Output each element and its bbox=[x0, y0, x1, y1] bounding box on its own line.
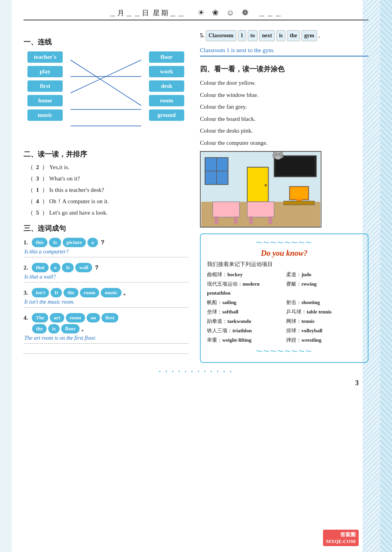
dyk-wrestling: 摔跤：wrestling bbox=[286, 336, 361, 344]
section1-title: 一、连线 bbox=[24, 37, 188, 47]
header-text: ＿月＿＿日 星期＿＿ bbox=[109, 9, 186, 17]
svg-rect-19 bbox=[213, 202, 240, 217]
dyk-list: 曲棍球：hockey 柔道：judo 现代五项运动：modern pentath… bbox=[207, 270, 361, 344]
chips-4a: The art room on first bbox=[32, 313, 118, 322]
match-left-4: home bbox=[27, 95, 63, 106]
page-number: 3 bbox=[355, 379, 359, 387]
colour-1: Colour the door yellow. bbox=[200, 78, 368, 87]
sentence-section: 1. this Is picture a ？ Is this a compurt… bbox=[24, 238, 188, 354]
match-left-2: play bbox=[27, 66, 63, 77]
match-right-5: ground bbox=[149, 109, 184, 121]
colour-3: Colour the fan grey. bbox=[200, 102, 368, 111]
order-item-2: （ 3 ） What's on it? bbox=[27, 175, 188, 182]
q5-answer: Classroom 1 is next to the gym. bbox=[200, 47, 274, 55]
match-left-5: music bbox=[27, 109, 63, 121]
order-item-5: （ 5 ） Let's go and have a look. bbox=[27, 209, 188, 217]
match-left-3: first bbox=[27, 80, 63, 92]
dyk-judo: 柔道：judo bbox=[286, 270, 361, 279]
match-left-1: teacher's bbox=[27, 51, 63, 63]
dyk-volleyball: 排球：volleyball bbox=[286, 326, 361, 335]
dyk-intro: 我们接着来记下列运动项目 bbox=[207, 261, 361, 268]
svg-rect-23 bbox=[249, 217, 253, 224]
match-left: teacher's play first home music bbox=[27, 51, 63, 121]
match-right-3: desk bbox=[149, 80, 184, 92]
order-list: （ 2 ） Yes,it is. （ 3 ） What's on it? （ 1… bbox=[27, 164, 188, 217]
match-right-2: work bbox=[149, 66, 184, 77]
svg-rect-24 bbox=[269, 217, 272, 224]
svg-rect-20 bbox=[214, 217, 218, 224]
dyk-shooting: 射击：shooting bbox=[286, 298, 361, 307]
section4-title: 四、看一看，读一读并涂色 bbox=[200, 64, 368, 74]
colour-4: Colour the board black. bbox=[200, 115, 368, 124]
q5-label: 5. Classroom 1 to next is the gym . bbox=[200, 30, 368, 44]
dyk-tennis: 网球：tennis bbox=[286, 317, 361, 326]
chips-1: this Is picture a ？ bbox=[32, 238, 105, 247]
dyk-taekwondo: 跆拳道：taekwondo bbox=[207, 317, 282, 326]
dyk-title: Do you know? bbox=[207, 249, 361, 258]
sentence-item-4: 4. The art room on first the is bbox=[24, 313, 188, 354]
dyk-rowing: 赛艇：rowing bbox=[286, 280, 361, 297]
watermark: 答案圈MXQE.COM bbox=[323, 530, 359, 546]
section3-title: 三、连词成句 bbox=[24, 224, 188, 233]
section2-title: 二、读一读，并排序 bbox=[24, 149, 188, 159]
matching-section: teacher's play first home music floor wo… bbox=[24, 51, 188, 142]
dyk-wave-bottom: 〜〜〜〜〜〜〜〜 bbox=[207, 348, 361, 356]
chips-4b: the is floor 。 bbox=[32, 324, 87, 333]
header: ＿月＿＿日 星期＿＿ ☀ ❀ ☺ ❁ ＿＿＿ bbox=[24, 8, 368, 20]
match-right-4: room bbox=[149, 95, 184, 106]
empty-line-4 bbox=[24, 346, 188, 354]
svg-rect-22 bbox=[247, 202, 274, 217]
svg-rect-21 bbox=[234, 217, 238, 224]
svg-line-0 bbox=[71, 60, 141, 106]
dyk-modern: 现代五项运动：modern pentathlon bbox=[207, 280, 282, 297]
colour-5: Colour the desks pink. bbox=[200, 126, 368, 135]
chips-2: that a Is wall ？ bbox=[32, 263, 100, 272]
order-item-4: （ 4 ） Oh！A computer is on it. bbox=[27, 198, 188, 205]
dyk-softball: 垒球：softball bbox=[207, 308, 282, 316]
match-right: floor work desk room ground bbox=[149, 51, 184, 121]
bottom-dots: • • • • • • • • • • • • bbox=[24, 369, 368, 375]
answer-3: It isn't the music room. bbox=[24, 299, 188, 308]
classroom-illustration bbox=[200, 151, 368, 228]
order-item-3: （ 1 ） Is this a teacher's desk? bbox=[27, 186, 188, 194]
svg-line-2 bbox=[71, 60, 141, 93]
sentence-item-2: 2. that a Is wall ？ Is that a wall? bbox=[24, 263, 188, 282]
header-icons: ☀ ❀ ☺ ❁ bbox=[198, 8, 249, 17]
answer-1: Is this a compurter? bbox=[24, 249, 188, 257]
dyk-sailing: 帆船：sailing bbox=[207, 298, 282, 307]
sentence-item-1: 1. this Is picture a ？ Is this a compurt… bbox=[24, 238, 188, 257]
svg-rect-26 bbox=[290, 188, 307, 199]
answer-4: The art room is on the first floor. bbox=[24, 335, 188, 344]
answer-2: Is that a wall? bbox=[24, 274, 188, 282]
left-column: 一、连线 teacher's play first home music flo… bbox=[24, 30, 188, 363]
dyk-hockey: 曲棍球：hockey bbox=[207, 270, 282, 279]
dyk-wave: 〜〜〜〜〜〜〜〜 bbox=[207, 239, 361, 247]
q5-section: 5. Classroom 1 to next is the gym . Clas… bbox=[200, 30, 368, 56]
dyk-weightlifting: 举重：weight-lifting bbox=[207, 336, 282, 344]
svg-rect-14 bbox=[276, 157, 314, 175]
colour-2: Colour the window blue. bbox=[200, 91, 368, 100]
chips-3: isn't It the room music 。 bbox=[32, 288, 129, 297]
main-content: 一、连线 teacher's play first home music flo… bbox=[24, 30, 368, 363]
svg-rect-18 bbox=[272, 154, 283, 156]
dyk-triathlon: 铁人三项：triathlon bbox=[207, 326, 282, 335]
dyk-section: 〜〜〜〜〜〜〜〜 Do you know? 我们接着来记下列运动项目 曲棍球：h… bbox=[200, 233, 368, 363]
page: ＿月＿＿日 星期＿＿ ☀ ❀ ☺ ❁ ＿＿＿ 一、连线 teacher's pl… bbox=[12, 0, 380, 552]
colour-list: Colour the door yellow. Colour the windo… bbox=[200, 78, 368, 147]
order-item-1: （ 2 ） Yes,it is. bbox=[27, 164, 188, 171]
sentence-item-3: 3. isn't It the room music 。 It isn't th… bbox=[24, 288, 188, 308]
right-column: 5. Classroom 1 to next is the gym . Clas… bbox=[200, 30, 368, 363]
dyk-tabletennis: 乒乓球：table tennis bbox=[286, 308, 361, 316]
svg-point-12 bbox=[265, 184, 267, 187]
svg-rect-28 bbox=[284, 201, 314, 205]
match-right-1: floor bbox=[149, 51, 184, 63]
colour-6: Colour the computer orange. bbox=[200, 138, 368, 148]
